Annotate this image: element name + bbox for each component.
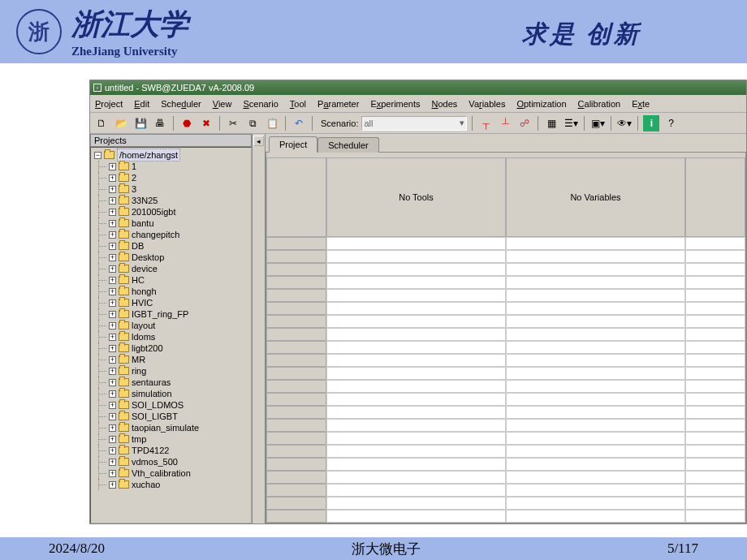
expand-icon[interactable]: + [109, 368, 116, 375]
cell[interactable] [506, 432, 685, 445]
tree-item[interactable]: +HC [94, 274, 251, 286]
cell[interactable] [685, 250, 745, 263]
tree-branch-icon[interactable]: ☍ [516, 115, 533, 131]
expand-icon[interactable]: + [109, 413, 116, 420]
window-titlebar[interactable]: ◦ untitled - SWB@ZUEDA7 vA-2008.09 [90, 80, 746, 95]
scenario-selector[interactable]: all ▾ [361, 116, 467, 131]
expand-icon[interactable]: + [109, 299, 116, 307]
cell[interactable] [685, 445, 745, 458]
cell[interactable] [685, 458, 745, 471]
expand-icon[interactable]: + [109, 311, 116, 318]
expand-icon[interactable]: + [109, 470, 116, 477]
expand-icon[interactable]: + [109, 459, 116, 466]
table-row[interactable] [266, 380, 745, 393]
expand-icon[interactable]: + [109, 402, 116, 409]
cell[interactable] [685, 393, 745, 406]
collapse-left-icon[interactable]: ◂ [253, 136, 264, 146]
menu-tool[interactable]: Tool [290, 99, 306, 109]
cell[interactable] [326, 393, 506, 406]
expand-icon[interactable]: + [109, 424, 116, 432]
table-row[interactable] [266, 250, 745, 263]
menu-project[interactable]: Project [95, 99, 123, 109]
cell[interactable] [685, 302, 745, 315]
cell[interactable] [506, 354, 685, 367]
expand-icon[interactable]: + [109, 231, 116, 239]
tree-item[interactable]: +SOI_LDMOS [94, 399, 251, 411]
tree-item[interactable]: +SOI_LIGBT [94, 411, 251, 422]
table-row[interactable] [266, 471, 745, 484]
menu-optimization[interactable]: Optimization [516, 99, 566, 109]
menu-parameter[interactable]: Parameter [317, 99, 359, 109]
table-row[interactable] [266, 289, 745, 302]
cell[interactable] [506, 510, 685, 523]
tree-item[interactable]: +bantu [94, 218, 251, 229]
expand-icon[interactable]: + [109, 254, 116, 261]
table-row[interactable] [266, 341, 745, 354]
print-icon[interactable]: 🖶 [152, 115, 168, 131]
menu-experiments[interactable]: Experiments [370, 99, 420, 109]
cell[interactable] [506, 328, 685, 341]
tree-item[interactable]: +3 [94, 183, 251, 195]
cell[interactable] [685, 432, 745, 445]
tree-item[interactable]: +hongh [94, 286, 251, 297]
tree-item[interactable]: +taopian_simulate [94, 422, 251, 433]
cell[interactable] [326, 471, 506, 484]
cell[interactable] [326, 497, 506, 510]
table-row[interactable] [266, 510, 745, 523]
table-row[interactable] [266, 458, 745, 471]
view-icon[interactable]: 👁▾ [616, 115, 633, 131]
cell[interactable] [685, 367, 745, 380]
expand-icon[interactable]: + [109, 243, 116, 250]
cell[interactable] [326, 432, 506, 445]
table-row[interactable] [266, 445, 745, 458]
cell[interactable] [326, 250, 506, 263]
expand-icon[interactable]: + [109, 447, 116, 454]
tree-item[interactable]: +vdmos_500 [94, 456, 251, 467]
paste-icon[interactable]: 📋 [264, 115, 280, 131]
tree-item[interactable]: +TPD4122 [94, 445, 251, 456]
cell[interactable] [685, 276, 745, 289]
cell[interactable] [506, 380, 685, 393]
tree-item[interactable]: +sentauras [94, 377, 251, 388]
expand-icon[interactable]: + [109, 197, 116, 205]
cell[interactable] [326, 263, 506, 276]
tree-item[interactable]: +IGBT_ring_FP [94, 308, 251, 320]
save-icon[interactable]: 💾 [132, 115, 149, 131]
cell[interactable] [506, 263, 685, 276]
menu-variables[interactable]: Variables [468, 99, 505, 109]
table-row[interactable] [266, 315, 745, 328]
table-row[interactable] [266, 432, 745, 445]
cell[interactable] [685, 328, 745, 341]
cell[interactable] [685, 380, 745, 393]
expand-icon[interactable]: + [109, 163, 116, 170]
tree-expand-icon[interactable]: ┬ [477, 115, 494, 131]
table-row[interactable] [266, 328, 745, 341]
table-row[interactable] [266, 263, 745, 276]
table-row[interactable] [266, 367, 745, 380]
table-row[interactable] [266, 406, 745, 419]
cell[interactable] [506, 367, 685, 380]
cell[interactable] [326, 445, 506, 458]
expand-icon[interactable]: + [109, 220, 116, 227]
expand-icon[interactable]: + [109, 345, 116, 352]
expand-icon[interactable]: + [109, 334, 116, 341]
tree-item[interactable]: +201005igbt [94, 206, 251, 218]
expand-icon[interactable]: + [109, 288, 116, 295]
expand-icon[interactable]: + [109, 209, 116, 216]
cut-icon[interactable]: ✂ [225, 115, 241, 131]
cell[interactable] [326, 510, 506, 523]
table-row[interactable] [266, 393, 745, 406]
tree-root-node[interactable]: − /home/zhangst [94, 149, 251, 161]
cell[interactable] [685, 289, 745, 302]
cell[interactable] [326, 315, 506, 328]
tree-item[interactable]: +33N25 [94, 195, 251, 206]
menu-nodes[interactable]: Nodes [432, 99, 458, 109]
cell[interactable] [326, 367, 506, 380]
tree-item[interactable]: +xuchao [94, 479, 251, 490]
menu-view[interactable]: View [213, 99, 232, 109]
undo-icon[interactable]: ↶ [291, 115, 307, 131]
tree-item[interactable]: +MR [94, 354, 251, 365]
tree-item[interactable]: +ring [94, 365, 251, 377]
menu-scheduler[interactable]: Scheduler [161, 99, 201, 109]
tree-item[interactable]: +ligbt200 [94, 342, 251, 354]
